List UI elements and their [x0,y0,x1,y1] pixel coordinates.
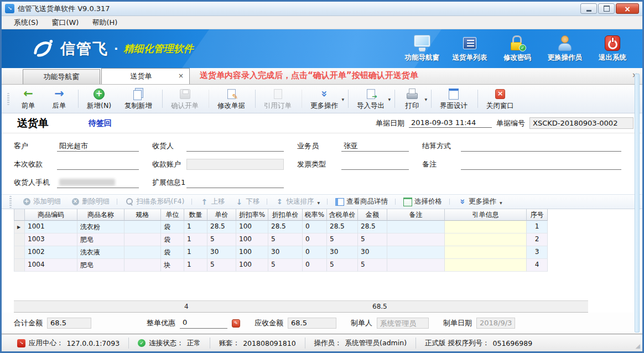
cell-amount[interactable]: 30 [358,246,387,259]
column-header[interactable]: 税率% [303,209,327,221]
banner-tool-button[interactable]: 送货单列表 [450,35,490,63]
cell-unit[interactable]: 块 [161,259,184,272]
cell-product-name[interactable]: 肥皂 [77,259,124,272]
column-header[interactable]: 单位 [161,209,184,221]
column-header[interactable]: 折扣单价 [268,209,303,221]
form-field-value[interactable]: 阳光超市 [57,141,139,152]
cell-tax-price[interactable]: 30 [327,246,358,259]
detail-toolbar-button[interactable]: 删除明细 [66,197,115,206]
cell-price[interactable]: 30 [207,246,236,259]
column-header[interactable]: 商品编码 [25,209,77,221]
maximize-button[interactable] [598,3,615,14]
cell-unit[interactable]: 袋 [161,246,184,259]
cell-tax-rate[interactable]: 0 [303,233,327,246]
cell-discount-rate[interactable]: 100 [236,246,268,259]
date-field[interactable]: 2018-09-03 11:44 [409,118,492,128]
minimize-button[interactable] [580,3,597,14]
cell-unit[interactable]: 袋 [161,233,184,246]
column-header[interactable]: 规格 [124,209,161,221]
cell-tax-price[interactable]: 5 [327,259,358,272]
column-header[interactable]: 商品名称 [77,209,124,221]
cell-unit[interactable]: 袋 [161,221,184,233]
cell-seq[interactable]: 1 [527,221,548,233]
detail-toolbar-button[interactable]: 下移 [230,197,264,206]
dropdown-arrow-icon[interactable] [424,94,427,102]
detail-toolbar-button[interactable]: 添加明细 [17,197,66,206]
cell-product-code[interactable]: 1001 [25,221,77,233]
cell-quantity[interactable]: 1 [184,233,207,246]
cell-spec[interactable] [124,246,161,259]
form-field-value[interactable] [57,177,139,188]
cell-price[interactable]: 5 [207,259,236,272]
cell-product-name[interactable]: 肥皂 [77,233,124,246]
close-button[interactable] [616,3,639,14]
menu-item[interactable]: 窗口(W) [45,17,85,29]
cell-spec[interactable] [124,233,161,246]
discount-edit-icon[interactable] [232,319,240,328]
row-selector-cell[interactable] [14,233,25,246]
form-field-value[interactable] [186,177,284,188]
cell-quantity[interactable]: 1 [184,246,207,259]
cell-note[interactable] [387,221,445,233]
banner-tool-button[interactable]: 功能导航窗 [402,35,442,63]
table-row[interactable]: 1003 肥皂 袋 1 5 100 5 0 5 5 2 [14,233,642,246]
cell-note[interactable] [387,259,445,272]
banner-tool-button[interactable]: 退出系统 [593,35,632,63]
cell-spec[interactable] [124,259,161,272]
toolbar-button[interactable]: 导入导出 [352,86,391,112]
column-header[interactable]: 含税单价 [327,209,358,221]
cell-discount-rate[interactable]: 100 [236,259,268,272]
row-selector-cell[interactable] [14,246,25,259]
cell-discount-price[interactable]: 30 [268,246,303,259]
column-header[interactable]: 数量 [184,209,207,221]
cell-discount-price[interactable]: 5 [268,259,303,272]
row-selector-cell[interactable] [14,259,25,272]
column-header[interactable]: 序号 [527,209,548,221]
cell-quantity[interactable]: 1 [184,259,207,272]
cell-discount-price[interactable]: 5 [268,233,303,246]
banner-tool-button[interactable]: 修改密码 [497,35,537,63]
cell-tax-rate[interactable]: 0 [303,259,327,272]
cell-ref-info[interactable] [445,233,527,246]
right-scroll-strip[interactable] [635,74,640,333]
cell-ref-info[interactable] [445,246,527,259]
toolbar-button[interactable]: 界面设计 [435,86,474,112]
toolbar-button[interactable]: 确认开单 [167,86,205,112]
cell-price[interactable]: 28.5 [207,221,236,233]
toolbar-button[interactable]: 新增(N) [82,86,118,112]
toolbar-button[interactable]: 更多操作 [306,86,345,112]
cell-amount[interactable]: 5 [358,233,387,246]
cell-spec[interactable] [124,221,161,233]
column-header[interactable]: 引单信息 [445,209,527,221]
dropdown-arrow-icon[interactable] [317,198,320,206]
form-field-value[interactable] [186,141,284,152]
detail-toolbar-button[interactable]: 查看商品详情 [330,197,393,206]
banner-tool-button[interactable]: 更换操作员 [545,35,585,63]
cell-seq[interactable]: 2 [527,233,548,246]
cell-amount[interactable]: 28.5 [358,221,387,233]
toolbar-button[interactable]: 关闭窗口 [482,86,521,112]
resize-grip-icon[interactable] [636,342,640,350]
form-field-value[interactable] [57,159,139,170]
detail-toolbar-button[interactable]: 扫描条形码(F4) [120,197,189,206]
form-field-value[interactable] [461,141,621,152]
cell-product-code[interactable]: 1004 [25,259,77,272]
cell-ref-info[interactable] [445,259,527,272]
toolbar-button[interactable]: 打印 [399,86,428,112]
cell-product-name[interactable]: 洗衣粉 [77,221,124,233]
toolbar-button[interactable]: 引用订单 [259,86,298,112]
form-field-value[interactable]: 张亚 [341,141,409,152]
cell-product-code[interactable]: 1003 [25,233,77,246]
dropdown-arrow-icon[interactable] [341,94,344,102]
toolbar-button[interactable]: 复制新增 [120,86,159,112]
cell-ref-info[interactable] [445,221,527,233]
toolbar-button[interactable]: 修改单据 [213,86,252,112]
cell-note[interactable] [387,233,445,246]
menu-item[interactable]: 帮助(H) [85,17,124,29]
cell-tax-price[interactable]: 28.5 [327,221,358,233]
footer-field-value[interactable]: 0 [180,318,227,329]
form-field-value[interactable] [461,159,621,170]
cell-tax-rate[interactable]: 0 [303,221,327,233]
cell-discount-price[interactable]: 28.5 [268,221,303,233]
detail-toolbar-button[interactable]: 更多操作 [453,197,507,206]
